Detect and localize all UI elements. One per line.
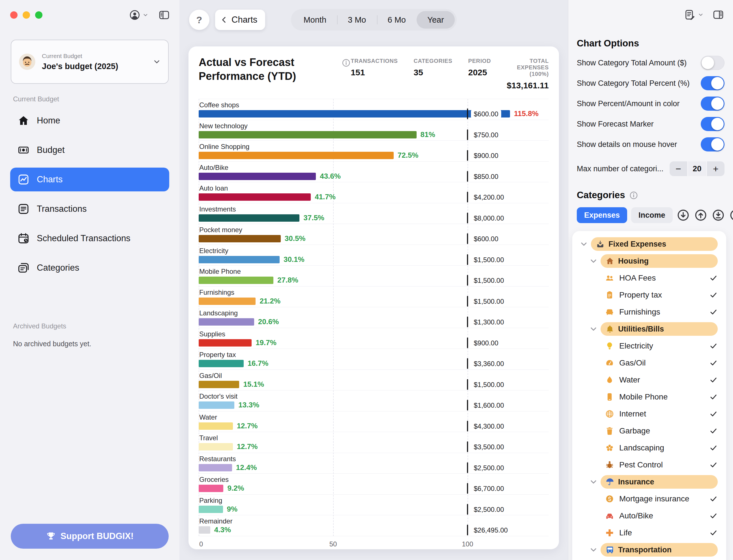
account-menu-button[interactable] bbox=[129, 9, 148, 21]
category-group-pill[interactable]: Utilities/Bills bbox=[600, 322, 718, 336]
toggle-show-details-on-mouse-hover[interactable] bbox=[701, 137, 725, 151]
category-internet[interactable]: Internet bbox=[577, 405, 722, 422]
chart-row-bar[interactable] bbox=[199, 298, 256, 305]
forecast-marker bbox=[467, 441, 468, 452]
check-icon bbox=[709, 342, 718, 350]
arrow-up-line-circle-button[interactable] bbox=[729, 208, 733, 222]
sidebar-item-transactions[interactable]: Transactions bbox=[10, 197, 169, 221]
chart-row-bar[interactable] bbox=[199, 214, 300, 222]
category-mobile-phone[interactable]: Mobile Phone bbox=[577, 388, 722, 405]
chart-row-bar[interactable] bbox=[199, 193, 311, 201]
chevron-down-icon[interactable] bbox=[589, 325, 598, 333]
category-garbage[interactable]: Garbage bbox=[577, 422, 722, 439]
forecast-marker bbox=[467, 296, 468, 307]
chart-row-bar[interactable] bbox=[199, 526, 210, 534]
category-group-pill[interactable]: Transportation bbox=[600, 543, 718, 557]
category-furnishings[interactable]: Furnishings bbox=[577, 303, 722, 320]
category-hoa-fees[interactable]: HOA Fees bbox=[577, 270, 722, 287]
chart-row-percent: 81% bbox=[420, 130, 435, 139]
arrow-down-circle-button[interactable] bbox=[677, 208, 691, 222]
help-button[interactable]: ? bbox=[189, 10, 210, 30]
chart-row-category: Electricity bbox=[199, 247, 228, 255]
period-tab-year[interactable]: Year bbox=[416, 11, 455, 29]
category-electricity[interactable]: Electricity bbox=[577, 337, 722, 354]
chart-row-travel: Travel $3,500.00 12.7% bbox=[199, 432, 549, 453]
budget-selector[interactable]: Current Budget Joe's budget (2025) bbox=[11, 40, 169, 84]
support-budgix-button[interactable]: Support BUDGIX! bbox=[11, 524, 169, 549]
chart-row-percent: 9.2% bbox=[227, 484, 244, 493]
toggle-sidebar-button[interactable] bbox=[159, 9, 170, 21]
category-water[interactable]: Water bbox=[577, 371, 722, 388]
chart-row-bar[interactable] bbox=[199, 506, 223, 513]
sidebar-item-scheduled-transactions[interactable]: Scheduled Transactions bbox=[10, 226, 169, 250]
chart-row-bar[interactable] bbox=[199, 401, 234, 409]
toggle-show-category-total-percent[interactable] bbox=[701, 76, 725, 90]
chevron-down-icon[interactable] bbox=[589, 478, 598, 486]
close-button[interactable] bbox=[10, 11, 18, 19]
chart-row-bar[interactable] bbox=[199, 173, 316, 180]
chart-row-category: Furnishings bbox=[199, 288, 234, 296]
info-icon[interactable] bbox=[342, 58, 351, 67]
chevron-down-icon[interactable] bbox=[589, 257, 598, 265]
arrow-down-line-circle-button[interactable] bbox=[712, 208, 726, 222]
stepper-minus-button[interactable]: − bbox=[670, 161, 687, 176]
category-group-pill[interactable]: Fixed Expenses bbox=[591, 237, 718, 251]
chart-row-doctor-s-visit: Doctor's visit $1,600.00 13.3% bbox=[199, 390, 549, 411]
category-gas-oil[interactable]: Gas/Oil bbox=[577, 354, 722, 371]
option-row-show-category-total-percent: Show Category Total Percent (%) bbox=[577, 73, 725, 93]
chart-row-bar[interactable] bbox=[199, 277, 274, 284]
zoom-button[interactable] bbox=[35, 11, 42, 19]
forecast-marker bbox=[467, 129, 468, 140]
chart-row-category: Auto/Bike bbox=[199, 164, 228, 172]
tab-income[interactable]: Income bbox=[631, 207, 673, 223]
forecast-amount: $900.00 bbox=[471, 338, 501, 348]
chart-row-bar[interactable] bbox=[199, 152, 394, 159]
toggle-show-percent-amount-in-color[interactable] bbox=[701, 97, 725, 111]
category-group-pill[interactable]: Housing bbox=[600, 254, 718, 268]
sidebar-item-home[interactable]: Home bbox=[10, 109, 169, 132]
toggle-right-panel-button[interactable] bbox=[713, 9, 724, 20]
categories-tree: Fixed Expenses Housing HOA Fees Property… bbox=[577, 236, 722, 558]
chart-row-bar[interactable] bbox=[199, 256, 280, 263]
chart-row-bar[interactable] bbox=[199, 235, 281, 242]
toggle-show-forecast-marker[interactable] bbox=[701, 117, 725, 131]
person-crop-circle-icon bbox=[129, 9, 140, 21]
house-icon bbox=[606, 257, 614, 265]
category-life[interactable]: Life bbox=[577, 524, 722, 541]
chart-row-bar[interactable] bbox=[199, 464, 232, 471]
chart-row-bar[interactable] bbox=[199, 110, 510, 117]
chart-settings-button[interactable] bbox=[684, 9, 704, 20]
chart-row-bar[interactable] bbox=[199, 131, 416, 138]
chart-row-bar[interactable] bbox=[199, 381, 239, 388]
period-tab-6-mo[interactable]: 6 Mo bbox=[377, 11, 416, 29]
chart-row-bar[interactable] bbox=[199, 443, 233, 450]
category-property-tax[interactable]: Property tax bbox=[577, 287, 722, 303]
category-auto-bike[interactable]: Auto/Bike bbox=[577, 507, 722, 524]
chart-row-bar[interactable] bbox=[199, 422, 233, 430]
arrow-up-circle-button[interactable] bbox=[694, 208, 708, 222]
category-pest-control[interactable]: Pest Control bbox=[577, 456, 722, 473]
chevron-down-icon[interactable] bbox=[589, 546, 598, 554]
period-tab-month[interactable]: Month bbox=[293, 11, 337, 29]
sidebar-item-charts[interactable]: Charts bbox=[10, 168, 169, 191]
category-landscaping[interactable]: Landscaping bbox=[577, 439, 722, 456]
minimize-button[interactable] bbox=[23, 11, 30, 19]
budget-selector-value: Joe's budget (2025) bbox=[42, 62, 118, 71]
chart-row-bar[interactable] bbox=[199, 485, 223, 492]
sidebar-item-budget[interactable]: Budget bbox=[10, 138, 169, 162]
chart-row-bar[interactable] bbox=[199, 339, 252, 347]
category-group-pill[interactable]: Insurance bbox=[600, 475, 718, 489]
back-to-charts-button[interactable]: Charts bbox=[215, 10, 265, 30]
chart-row-bar[interactable] bbox=[199, 318, 254, 326]
chevron-down-icon[interactable] bbox=[580, 240, 588, 248]
chart-row-bar[interactable] bbox=[199, 360, 244, 367]
chart-row-percent: 13.3% bbox=[238, 401, 259, 409]
tab-expenses[interactable]: Expenses bbox=[577, 207, 627, 223]
stepper-plus-button[interactable]: + bbox=[707, 161, 725, 176]
period-tab-3-mo[interactable]: 3 Mo bbox=[337, 11, 377, 29]
toggle-show-category-total-amount[interactable] bbox=[701, 56, 725, 70]
category-mortgage-insurance[interactable]: Mortgage insurance bbox=[577, 490, 722, 507]
info-icon[interactable] bbox=[629, 191, 638, 200]
sidebar-item-categories[interactable]: Categories bbox=[10, 256, 169, 280]
option-row-show-forecast-marker: Show Forecast Marker bbox=[577, 114, 725, 134]
